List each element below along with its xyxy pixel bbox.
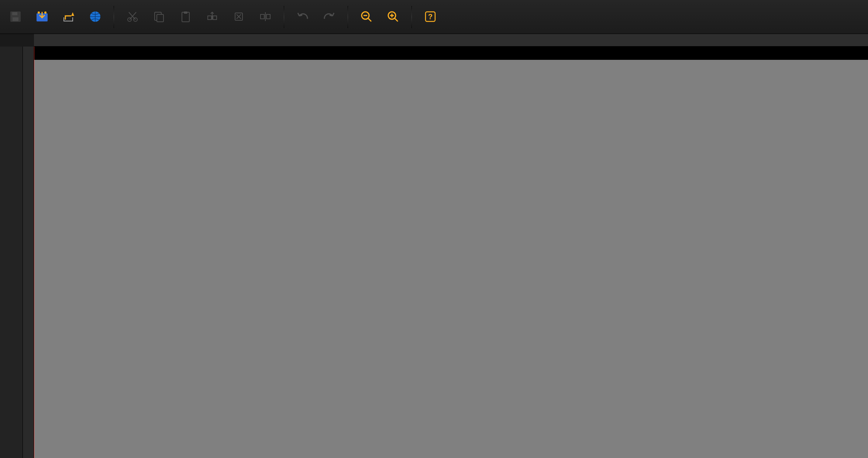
timeline-top-gap xyxy=(34,47,868,60)
import-icon xyxy=(35,10,49,23)
help-button[interactable]: ? xyxy=(417,8,444,26)
undo-button[interactable] xyxy=(289,8,316,26)
insert-icon xyxy=(206,10,219,23)
svg-rect-10 xyxy=(157,14,163,22)
svg-rect-14 xyxy=(213,16,217,20)
zoom-out-icon xyxy=(360,10,373,23)
svg-rect-12 xyxy=(184,11,187,14)
redo-icon xyxy=(323,10,336,23)
toolbar-sep xyxy=(348,6,348,28)
main-toolbar: ? xyxy=(0,0,868,34)
scissors-icon xyxy=(126,10,139,23)
svg-rect-16 xyxy=(261,14,264,19)
svg-point-5 xyxy=(44,11,46,14)
split-icon xyxy=(259,10,272,23)
clear-icon xyxy=(232,10,245,23)
paste-button[interactable] xyxy=(172,8,199,26)
timeline[interactable] xyxy=(34,47,868,458)
cut-button[interactable] xyxy=(119,8,146,26)
svg-rect-2 xyxy=(13,17,18,21)
copy-button[interactable] xyxy=(146,8,172,26)
svg-text:?: ? xyxy=(428,13,433,21)
copy-icon xyxy=(152,10,166,23)
toolbar-sep xyxy=(284,6,284,28)
svg-rect-17 xyxy=(266,14,270,19)
publish-button[interactable] xyxy=(82,8,108,26)
export-icon xyxy=(62,10,75,23)
zoom-in-icon xyxy=(386,10,400,23)
redo-button[interactable] xyxy=(316,8,342,26)
playhead[interactable] xyxy=(34,47,34,458)
time-ruler[interactable] xyxy=(34,34,868,47)
svg-point-4 xyxy=(38,11,40,14)
toolbar-sep xyxy=(114,6,114,28)
toolbar-sep xyxy=(411,6,412,28)
split-button[interactable] xyxy=(252,8,279,26)
import-button[interactable] xyxy=(29,8,55,26)
track-gutter xyxy=(23,47,34,458)
svg-rect-13 xyxy=(208,16,211,20)
insert-button[interactable] xyxy=(199,8,225,26)
paste-icon xyxy=(179,10,192,23)
floppy-icon xyxy=(9,10,22,23)
help-icon: ? xyxy=(424,10,437,23)
clear-button[interactable] xyxy=(225,8,252,26)
zoom-out-button[interactable] xyxy=(353,8,380,26)
track-sidebar xyxy=(0,47,23,458)
main-area xyxy=(0,47,868,458)
zoom-in-button[interactable] xyxy=(380,8,406,26)
export-button[interactable] xyxy=(55,8,82,26)
undo-icon xyxy=(296,10,309,23)
svg-rect-1 xyxy=(12,12,17,15)
save-button[interactable] xyxy=(2,8,29,26)
globe-icon xyxy=(89,10,102,23)
